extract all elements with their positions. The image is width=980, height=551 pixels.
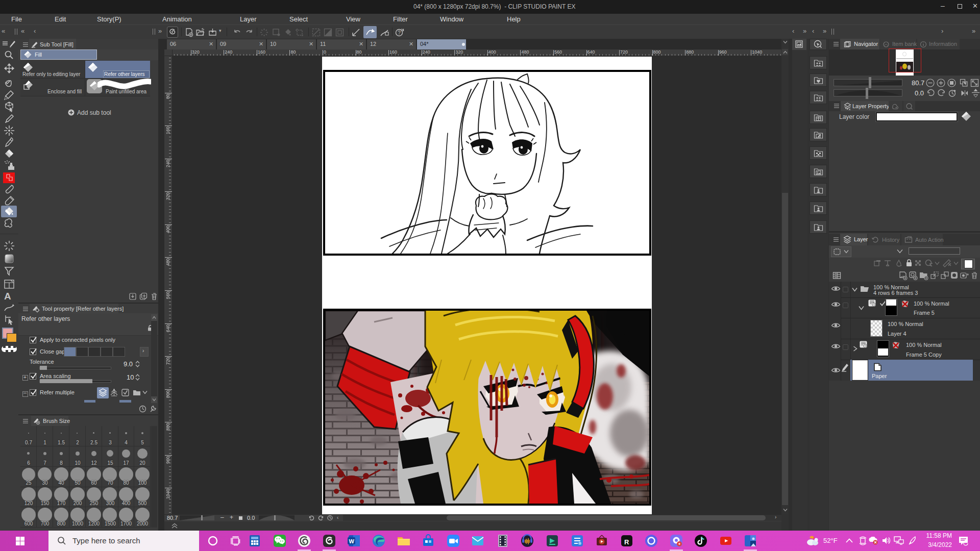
svg-text:?: ? <box>398 30 401 36</box>
svg-text:R: R <box>624 538 629 546</box>
svg-text:W: W <box>349 538 355 544</box>
